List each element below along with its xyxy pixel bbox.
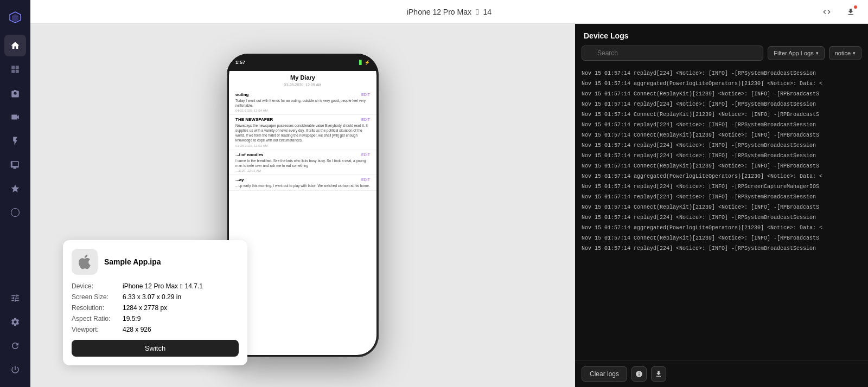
device-name: iPhone 12 Pro Max xyxy=(407,8,471,16)
log-line: Nov 15 01:57:14 replayd[224] <Notice>: [… xyxy=(575,243,868,254)
sidebar-item-home[interactable] xyxy=(4,35,26,56)
popup-resolution-row: Resolution: 1284 x 2778 px xyxy=(72,304,239,312)
logs-search-wrapper xyxy=(582,46,763,61)
popup-header: Sample App.ipa xyxy=(72,249,239,275)
phone-frame: 1:57 ▊ ⚡ My Diary 03-28-2020, 12:05 AM xyxy=(227,54,379,357)
popup-app-name: Sample App.ipa xyxy=(104,257,161,266)
download-button[interactable] xyxy=(651,366,666,382)
popup-screen-size-row: Screen Size: 6.33 x 3.07 x 0.29 in xyxy=(72,293,239,301)
log-line: Nov 15 01:57:14 aggregated(PowerlogLiteO… xyxy=(575,223,868,233)
log-line: Nov 15 01:57:14 Connect(ReplayKit)[21239… xyxy=(575,89,868,99)
search-input[interactable] xyxy=(597,49,757,57)
diary-entry-2: THE NEWSPAPER EDIT Nowadays the newspape… xyxy=(229,115,376,150)
sidebar-item-star[interactable] xyxy=(4,178,26,199)
sidebar-item-display[interactable] xyxy=(4,154,26,176)
sidebar-item-settings[interactable] xyxy=(4,311,26,333)
log-line: Nov 15 01:57:14 aggregated(PowerlogLiteO… xyxy=(575,171,868,182)
logs-footer: Clear logs xyxy=(575,360,868,387)
topbar-title: iPhone 12 Pro Max  14 xyxy=(407,7,492,16)
ios-version: 14 xyxy=(483,8,492,16)
sidebar-item-sliders[interactable] xyxy=(4,287,26,309)
diary-subtitle: 03-28-2020, 12:05 AM xyxy=(229,83,376,90)
popup-viewport-row: Viewport: 428 x 926 xyxy=(72,326,239,333)
sidebar-item-add[interactable] xyxy=(4,202,26,223)
popup-info-rows: Device: iPhone 12 Pro Max  14.7.1 Scree… xyxy=(72,282,239,333)
device-info-popup: Sample App.ipa Device: iPhone 12 Pro Max… xyxy=(63,240,247,365)
topbar-actions xyxy=(818,3,859,21)
device-area: 1:57 ▊ ⚡ My Diary 03-28-2020, 12:05 AM xyxy=(30,24,575,387)
diary-entry-1: outing EDIT Today I went out with friend… xyxy=(229,90,376,115)
log-line: Nov 15 01:57:14 Connect(ReplayKit)[21239… xyxy=(575,130,868,140)
phone-wrapper: 1:57 ▊ ⚡ My Diary 03-28-2020, 12:05 AM xyxy=(227,54,379,357)
log-line: Nov 15 01:57:14 replayd[224] <Notice>: [… xyxy=(575,182,868,192)
apple-icon:  xyxy=(476,7,478,16)
sidebar-item-video[interactable] xyxy=(4,106,26,128)
filter-app-logs-button[interactable]: Filter App Logs ▾ xyxy=(768,46,824,60)
sidebar-item-power[interactable] xyxy=(4,359,26,380)
notice-filter-button[interactable]: notice ▾ xyxy=(829,46,861,60)
log-line: Nov 15 01:57:14 Connect(ReplayKit)[21239… xyxy=(575,233,868,243)
log-line: Nov 15 01:57:14 replayd[224] <Notice>: [… xyxy=(575,151,868,161)
sidebar-item-grid[interactable] xyxy=(4,59,26,80)
popup-app-icon xyxy=(72,249,98,275)
svg-point-2 xyxy=(11,209,20,217)
sidebar xyxy=(0,0,30,387)
phone-notch-area: 1:57 ▊ ⚡ xyxy=(227,54,379,71)
phone-status-right: ▊ ⚡ xyxy=(359,60,370,65)
log-line: Nov 15 01:57:14 replayd[224] <Notice>: [… xyxy=(575,99,868,109)
diary-entry-4: ...ay EDIT ...up early this morning. I w… xyxy=(229,175,376,191)
switch-button[interactable]: Switch xyxy=(72,340,239,357)
sidebar-item-lightning[interactable] xyxy=(4,130,26,152)
info-button[interactable] xyxy=(631,366,647,382)
topbar: iPhone 12 Pro Max  14 xyxy=(30,0,868,24)
chevron-down-icon-notice: ▾ xyxy=(853,50,856,56)
content: 1:57 ▊ ⚡ My Diary 03-28-2020, 12:05 AM xyxy=(30,24,868,387)
clear-logs-button[interactable]: Clear logs xyxy=(582,366,627,382)
svg-marker-1 xyxy=(12,14,18,22)
logs-search-box[interactable] xyxy=(582,46,763,61)
log-line: Nov 15 01:57:14 Connect(ReplayKit)[21239… xyxy=(575,202,868,212)
log-line: Nov 15 01:57:14 Connect(ReplayKit)[21239… xyxy=(575,109,868,120)
log-line: Nov 15 01:57:14 replayd[224] <Notice>: [… xyxy=(575,68,868,79)
popup-device-row: Device: iPhone 12 Pro Max  14.7.1 xyxy=(72,282,239,290)
chevron-down-icon: ▾ xyxy=(816,50,819,56)
install-button[interactable] xyxy=(842,3,859,21)
log-line: Nov 15 01:57:14 Connect(ReplayKit)[21239… xyxy=(575,161,868,171)
logs-header: Device Logs xyxy=(575,24,868,46)
log-line: Nov 15 01:57:14 replayd[224] <Notice>: [… xyxy=(575,192,868,202)
sidebar-item-refresh[interactable] xyxy=(4,335,26,357)
code-button[interactable] xyxy=(818,3,835,21)
phone-screen-inner: My Diary 03-28-2020, 12:05 AM outing EDI… xyxy=(229,56,376,355)
app-logo xyxy=(4,7,26,28)
sidebar-item-camera[interactable] xyxy=(4,82,26,104)
logs-content: Nov 15 01:57:14 replayd[224] <Notice>: [… xyxy=(575,66,868,360)
log-line: Nov 15 01:57:14 replayd[224] <Notice>: [… xyxy=(575,212,868,223)
phone-time: 1:57 xyxy=(235,60,245,65)
phone-screen: My Diary 03-28-2020, 12:05 AM outing EDI… xyxy=(229,56,376,355)
log-line: Nov 15 01:57:14 replayd[224] <Notice>: [… xyxy=(575,120,868,130)
log-line: Nov 15 01:57:14 aggregated(PowerlogLiteO… xyxy=(575,79,868,89)
log-line: Nov 15 01:57:14 replayd[224] <Notice>: [… xyxy=(575,140,868,151)
main-area: iPhone 12 Pro Max  14 1:57 xyxy=(30,0,868,387)
diary-entry-3: ...l of noodles EDIT I came to the break… xyxy=(229,150,376,175)
diary-header: My Diary xyxy=(229,72,376,83)
logs-panel: Device Logs Filter App Logs ▾ notice ▾ xyxy=(575,24,868,387)
phone-notch xyxy=(281,54,324,66)
popup-aspect-ratio-row: Aspect Ratio: 19.5:9 xyxy=(72,315,239,322)
logs-toolbar: Filter App Logs ▾ notice ▾ xyxy=(575,46,868,66)
